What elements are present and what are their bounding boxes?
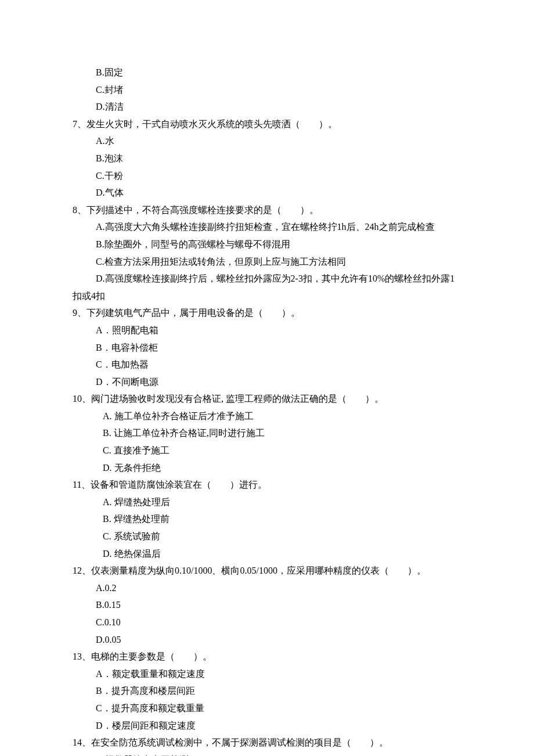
- q13-option-a: A．额定载重量和额定速度: [73, 665, 461, 683]
- q7-option-c: C.干粉: [73, 167, 461, 185]
- q12-option-a: A.0.2: [73, 579, 461, 597]
- q6-option-b: B.固定: [73, 64, 461, 81]
- q12-option-b: B.0.15: [73, 596, 461, 614]
- q8-option-d-line2: 扣或4扣: [73, 287, 461, 305]
- q12-stem: 12、仪表测量精度为纵向0.10/1000、横向0.05/1000，应采用哪种精…: [73, 562, 461, 579]
- q10-option-c: C. 直接准予施工: [73, 442, 461, 459]
- q13-stem: 13、电梯的主要参数是（ ）。: [73, 648, 461, 665]
- q7-option-a: A.水: [73, 132, 461, 150]
- q10-option-d: D. 无条件拒绝: [73, 459, 461, 477]
- q13-option-b: B．提升高度和楼层间距: [73, 682, 461, 700]
- q8-stem: 8、下列描述中，不符合高强度螺栓连接要求的是（ ）。: [73, 201, 461, 219]
- q11-option-d: D. 绝热保温后: [73, 545, 461, 563]
- q9-option-c: C．电加热器: [73, 356, 461, 373]
- q14-stem: 14、在安全防范系统调试检测中，不属于探测器调试检测的项目是（ ）。: [73, 734, 461, 751]
- q12-option-c: C.0.10: [73, 614, 461, 631]
- q8-option-c: C.检查方法采用扭矩法或转角法，但原则上应与施工方法相同: [73, 253, 461, 271]
- q11-option-a: A. 焊缝热处理后: [73, 494, 461, 511]
- q9-option-b: B．电容补偿柜: [73, 339, 461, 357]
- q12-option-d: D.0.05: [73, 631, 461, 649]
- q13-option-d: D．楼层间距和额定速度: [73, 717, 461, 735]
- q9-option-a: A．照明配电箱: [73, 322, 461, 339]
- q11-stem: 11、设备和管道防腐蚀涂装宜在（ ）进行。: [73, 476, 461, 494]
- q11-option-c: C. 系统试验前: [73, 528, 461, 545]
- q10-option-b: B. 让施工单位补齐合格证,同时进行施工: [73, 424, 461, 442]
- q14-option-a: A.报警器输出电平检测: [73, 751, 461, 756]
- q6-option-d: D.清洁: [73, 98, 461, 116]
- q11-option-b: B. 焊缝热处理前: [73, 510, 461, 528]
- q7-stem: 7、发生火灾时，干式自动喷水灭火系统的喷头先喷洒（ ）。: [73, 116, 461, 133]
- q10-stem: 10、阀门进场验收时发现没有合格证, 监理工程师的做法正确的是（ ）。: [73, 390, 461, 408]
- q9-option-d: D．不间断电源: [73, 373, 461, 391]
- q8-option-b: B.除垫圈外，同型号的高强螺栓与螺母不得混用: [73, 236, 461, 253]
- q7-option-d: D.气体: [73, 184, 461, 201]
- q13-option-c: C．提升高度和额定载重量: [73, 700, 461, 717]
- q9-stem: 9、下列建筑电气产品中，属于用电设备的是（ ）。: [73, 304, 461, 322]
- q6-option-c: C.封堵: [73, 81, 461, 99]
- q10-option-a: A. 施工单位补齐合格证后才准予施工: [73, 408, 461, 425]
- q7-option-b: B.泡沫: [73, 150, 461, 167]
- q8-option-d-line1: D.高强度螺栓连接副终拧后，螺栓丝扣外露应为2-3扣，其中允许有10%的螺栓丝扣…: [73, 270, 461, 287]
- q8-option-a: A.高强度大六角头螺栓连接副终拧扭矩检查，宜在螺栓终拧1h后、24h之前完成检查: [73, 218, 461, 236]
